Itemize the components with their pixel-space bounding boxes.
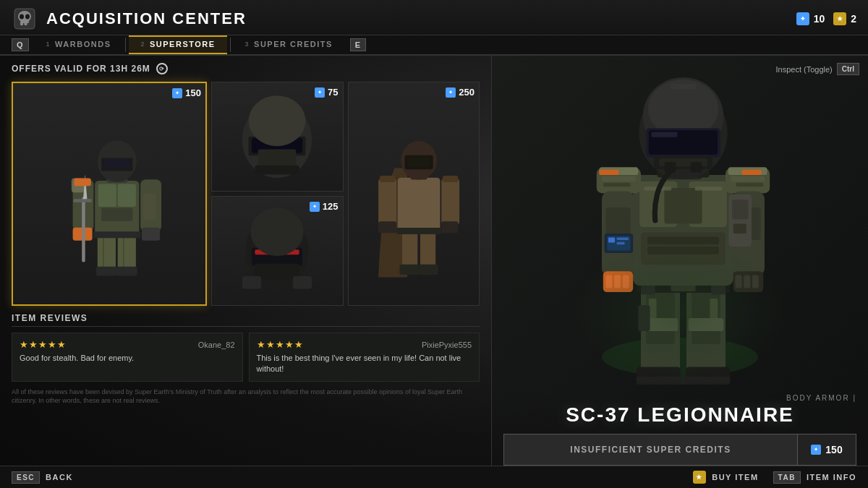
tab-super-credits-num: 3 [245, 40, 250, 48]
svg-rect-6 [20, 21, 29, 23]
tab-warbonds[interactable]: 1 WARBONDS [35, 35, 123, 54]
info-label: ITEM INFO [807, 473, 856, 481]
reviewer-name-0: Okane_82 [198, 341, 235, 349]
svg-rect-60 [380, 176, 395, 182]
item-card-3[interactable]: ✦ 125 [211, 196, 344, 306]
nav-divider-1 [125, 38, 126, 52]
item-category: BODY ARMOR | [503, 394, 856, 402]
nav-key-left[interactable]: Q [12, 38, 29, 51]
buy-action[interactable]: ★ BUY ITEM [693, 471, 758, 484]
info-action[interactable]: Tab ITEM INFO [773, 471, 856, 484]
svg-rect-128 [732, 200, 749, 219]
svg-rect-78 [641, 284, 655, 294]
svg-rect-95 [731, 176, 765, 181]
svg-rect-79 [711, 284, 726, 294]
svg-rect-50 [398, 178, 441, 233]
price-icon-1: ✦ [315, 87, 325, 98]
svg-rect-129 [733, 224, 746, 234]
svg-rect-109 [623, 275, 629, 288]
svg-point-2 [20, 14, 24, 20]
svg-rect-15 [118, 184, 136, 207]
price-icon-3: ✦ [310, 202, 320, 212]
svg-rect-54 [378, 221, 396, 233]
svg-rect-9 [118, 233, 136, 272]
purchase-bar: INSUFFICIENT SUPER CREDITS ✦ 150 [503, 434, 856, 466]
svg-point-3 [25, 14, 30, 20]
price-icon-0: ✦ [172, 88, 182, 98]
svg-rect-87 [647, 237, 719, 245]
reviews-grid: ★★★★★ Okane_82 Good for stealth. Bad for… [12, 333, 480, 382]
insufficient-button: INSUFFICIENT SUPER CREDITS [504, 435, 798, 465]
left-panel: OFFERS VALID FOR 13H 26M ⟳ ✦ 150 [0, 56, 492, 466]
tab-warbonds-label: WARBONDS [55, 40, 111, 48]
item-card-0[interactable]: ✦ 150 [12, 82, 207, 306]
item-price-3: ✦ 125 [310, 201, 339, 212]
back-key: Esc [12, 471, 40, 484]
offers-timer-text: OFFERS VALID FOR 13H 26M [12, 64, 150, 74]
super-credits-amount: 10 [814, 13, 825, 25]
svg-rect-59 [407, 157, 430, 166]
svg-rect-14 [98, 184, 116, 207]
offers-header: OFFERS VALID FOR 13H 26M ⟳ [12, 63, 480, 74]
price-icon-detail: ✦ [811, 445, 821, 455]
armor-display [492, 56, 868, 385]
svg-rect-125 [690, 162, 702, 172]
tab-superstore-num: 2 [140, 40, 145, 48]
item-card-1[interactable]: ✦ 75 [211, 82, 344, 192]
tab-super-credits-label: SUPER CREDITS [254, 40, 333, 48]
page-title: ACQUISITION CENTER [46, 9, 247, 28]
header-right: ✦ 10 ★ 2 [796, 12, 856, 25]
item-figure-2 [349, 82, 480, 305]
svg-rect-107 [605, 275, 612, 288]
item-price-0: ✦ 150 [172, 87, 201, 98]
svg-rect-113 [752, 275, 759, 288]
reviews-disclaimer: All of these reviews have been devised b… [12, 388, 480, 406]
svg-rect-44 [242, 276, 261, 289]
svg-rect-101 [608, 237, 615, 242]
currency-gold: ★ 2 [833, 12, 856, 25]
svg-rect-12 [116, 267, 137, 276]
tab-super-credits[interactable]: 3 SUPER CREDITS [234, 35, 344, 54]
svg-rect-43 [255, 264, 299, 280]
svg-rect-45 [293, 276, 312, 289]
svg-rect-31 [143, 194, 156, 220]
svg-rect-112 [744, 275, 750, 288]
item-card-2[interactable]: ✦ 250 [348, 82, 480, 306]
back-action[interactable]: Esc BACK [12, 471, 73, 484]
buy-icon: ★ [693, 471, 706, 484]
item-price-1: ✦ 75 [315, 87, 338, 98]
gold-icon: ★ [833, 12, 846, 25]
header: ACQUISITION CENTER ✦ 10 ★ 2 [0, 0, 868, 35]
svg-rect-88 [647, 247, 719, 254]
svg-rect-26 [104, 158, 130, 168]
svg-point-35 [249, 95, 306, 146]
item-figure-1 [212, 82, 343, 191]
nav-key-right[interactable]: E [350, 38, 366, 51]
svg-rect-71 [689, 318, 724, 331]
svg-rect-17 [93, 231, 140, 238]
nav-bar: Q 1 WARBONDS 2 SUPERSTORE 3 SUPER CREDIT… [0, 35, 868, 56]
tab-superstore[interactable]: 2 SUPERSTORE [129, 35, 226, 54]
tab-superstore-label: SUPERSTORE [150, 40, 216, 48]
svg-rect-108 [614, 275, 621, 288]
reviewer-name-1: PixiePyxie555 [422, 341, 472, 349]
super-credits-icon: ✦ [796, 12, 809, 25]
svg-rect-7 [98, 233, 116, 272]
svg-rect-130 [638, 305, 650, 331]
svg-rect-52 [378, 178, 396, 226]
svg-rect-16 [101, 208, 132, 221]
svg-rect-85 [695, 187, 723, 190]
main-container: ACQUISITION CENTER ✦ 10 ★ 2 Q 1 WARBONDS… [0, 0, 868, 488]
nav-divider-2 [230, 38, 231, 52]
content-area: OFFERS VALID FOR 13H 26M ⟳ ✦ 150 [0, 56, 868, 466]
svg-rect-102 [617, 237, 629, 240]
review-card-0: ★★★★★ Okane_82 Good for stealth. Bad for… [12, 333, 243, 382]
skull-icon [12, 6, 38, 32]
price-display: ✦ 150 [798, 435, 856, 465]
svg-rect-28 [74, 199, 92, 202]
item-info-bottom: BODY ARMOR | SC-37 LEGIONNAIRE INSUFFICI… [492, 385, 868, 466]
tab-warbonds-num: 1 [46, 40, 51, 48]
svg-rect-55 [441, 221, 458, 233]
svg-rect-37 [255, 165, 299, 174]
items-grid: ✦ 150 [12, 82, 480, 306]
